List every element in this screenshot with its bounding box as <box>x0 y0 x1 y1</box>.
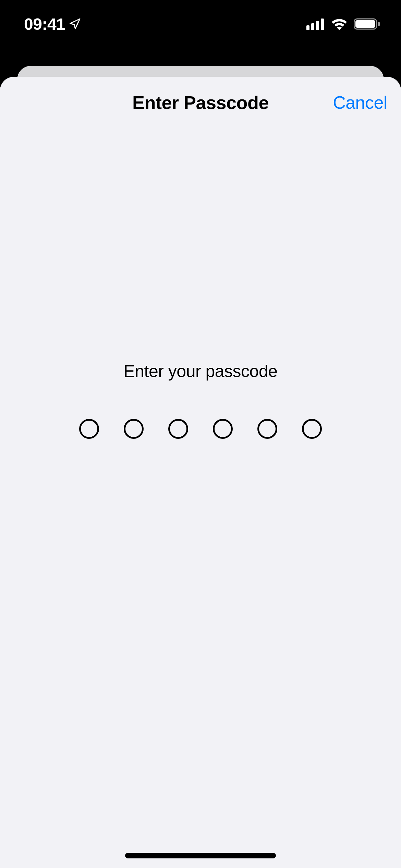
cancel-button[interactable]: Cancel <box>333 92 387 113</box>
status-time: 09:41 <box>24 15 65 34</box>
sheet-title: Enter Passcode <box>132 92 269 113</box>
passcode-dot <box>124 419 144 439</box>
passcode-prompt-area: Enter your passcode <box>0 361 401 439</box>
svg-rect-3 <box>316 21 319 30</box>
passcode-prompt-text: Enter your passcode <box>0 361 401 381</box>
svg-rect-4 <box>321 19 324 30</box>
passcode-sheet: Enter Passcode Cancel Enter your passcod… <box>0 77 401 868</box>
svg-rect-2 <box>311 23 314 30</box>
svg-marker-0 <box>70 19 80 29</box>
passcode-dots[interactable] <box>0 419 401 439</box>
sheet-header: Enter Passcode Cancel <box>0 77 401 128</box>
battery-icon <box>354 18 380 30</box>
svg-rect-8 <box>378 22 380 26</box>
cellular-signal-icon <box>306 18 325 30</box>
passcode-dot <box>79 419 99 439</box>
status-right <box>306 18 380 30</box>
status-bar: 09:41 <box>0 0 401 48</box>
status-left: 09:41 <box>24 15 81 34</box>
svg-rect-1 <box>306 25 309 30</box>
home-indicator[interactable] <box>125 853 276 858</box>
location-icon <box>69 18 81 30</box>
svg-rect-7 <box>355 20 375 28</box>
wifi-icon <box>331 18 348 30</box>
passcode-dot <box>257 419 277 439</box>
passcode-dot <box>302 419 322 439</box>
passcode-dot <box>168 419 188 439</box>
passcode-dot <box>213 419 233 439</box>
